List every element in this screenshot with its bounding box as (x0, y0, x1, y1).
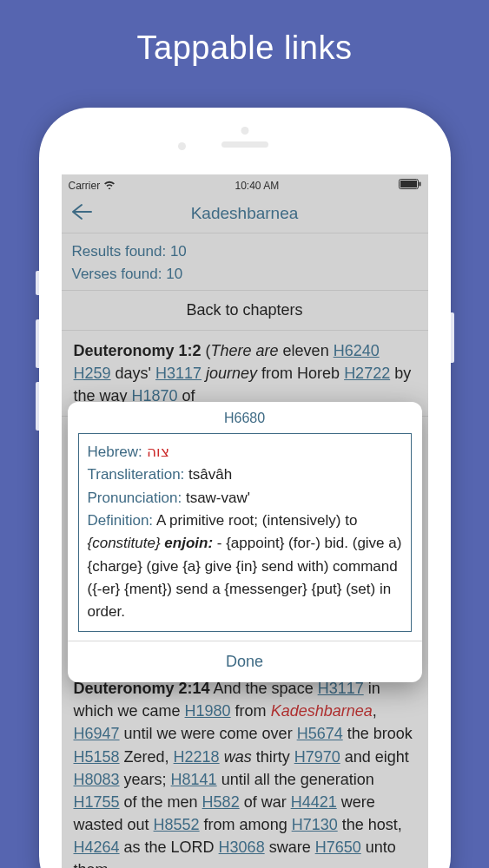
screen: Carrier 10:40 AM Kadeshbarnea Results fo… (62, 174, 428, 868)
strong-link[interactable]: H5158 (74, 748, 120, 766)
strong-link[interactable]: H1755 (74, 793, 120, 811)
strong-link[interactable]: H4264 (74, 838, 120, 856)
translit-label: Transliteration: (88, 466, 185, 483)
strong-link[interactable]: H2218 (174, 748, 220, 766)
added-word: was (220, 748, 252, 766)
mute-switch (36, 271, 39, 295)
def-text: A primitive root; (intensively) to (153, 512, 357, 529)
verses-count: Verses found: 10 (72, 263, 418, 286)
strong-link[interactable]: H2722 (344, 365, 390, 382)
volume-up (36, 319, 39, 368)
def-italic: {constitute} (88, 535, 161, 551)
nav-title: Kadeshbarnea (62, 204, 428, 223)
phone-frame: Carrier 10:40 AM Kadeshbarnea Results fo… (39, 108, 451, 868)
front-camera (178, 142, 186, 150)
strong-link[interactable]: H3117 (318, 680, 364, 697)
strong-link[interactable]: H7970 (294, 748, 340, 766)
back-to-chapters[interactable]: Back to chapters (62, 291, 428, 331)
status-bar: Carrier 10:40 AM (62, 174, 428, 194)
strong-link[interactable]: H7650 (315, 838, 361, 856)
strong-link[interactable]: H8083 (74, 771, 120, 788)
def-bold: enjoin: (161, 535, 213, 551)
strong-link[interactable]: H6947 (74, 725, 120, 742)
verse-reference: Deuteronomy 2:14 (74, 680, 210, 697)
strong-link[interactable]: H4421 (291, 793, 337, 811)
search-term-highlight: Kadeshbarnea (271, 702, 373, 720)
strong-link[interactable]: H8552 (154, 816, 200, 833)
strong-link[interactable]: H259 (74, 365, 111, 382)
added-word: journey (202, 365, 257, 382)
def-label: Definition: (88, 512, 154, 529)
results-summary: Results found: 10 Verses found: 10 (62, 233, 428, 291)
sensor (241, 127, 248, 135)
clock: 10:40 AM (235, 180, 279, 192)
translit-value: tsâvâh (184, 466, 232, 483)
strong-link[interactable]: H5674 (297, 725, 343, 742)
hebrew-label: Hebrew: (88, 444, 142, 460)
strong-link[interactable]: H8141 (171, 771, 217, 788)
svg-rect-1 (400, 181, 417, 187)
strong-link[interactable]: H1980 (185, 702, 231, 720)
power-button (451, 312, 454, 363)
results-count: Results found: 10 (72, 240, 418, 263)
promo-headline: Tappable links (0, 0, 489, 67)
pron-value: tsaw-vaw' (182, 490, 250, 506)
strong-link[interactable]: H7130 (292, 816, 338, 833)
strong-link[interactable]: H3068 (219, 838, 265, 856)
carrier-label: Carrier (69, 180, 101, 192)
wifi-icon (103, 180, 116, 192)
done-button[interactable]: Done (68, 641, 422, 682)
verse-reference: Deuteronomy 1:2 (74, 342, 202, 359)
popup-title: H6680 (68, 402, 422, 431)
hebrew-word: צוה (147, 444, 169, 460)
volume-down (36, 382, 39, 431)
popup-body: Hebrew: צוה Transliteration: tsâvâh Pron… (78, 433, 412, 632)
strong-link[interactable]: H3117 (155, 365, 202, 382)
verse-block: Deuteronomy 2:14 And the space H3117 in … (62, 668, 428, 868)
nav-bar: Kadeshbarnea (62, 194, 428, 233)
speaker (221, 141, 268, 148)
strongs-popup: H6680 Hebrew: צוה Transliteration: tsâvâ… (68, 402, 422, 682)
added-word: There are (211, 342, 279, 359)
battery-icon (399, 179, 421, 192)
pron-label: Pronunciation: (88, 490, 182, 506)
strong-link[interactable]: H6240 (334, 342, 380, 359)
strong-link[interactable]: H582 (202, 793, 240, 811)
svg-rect-2 (419, 182, 420, 187)
